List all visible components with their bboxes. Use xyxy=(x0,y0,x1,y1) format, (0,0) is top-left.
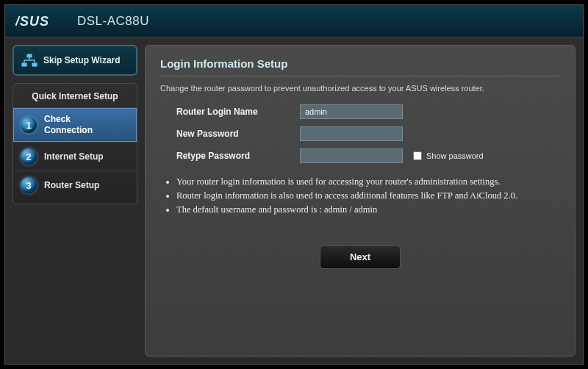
bullet-item: The default username and password is : a… xyxy=(176,204,560,215)
row-retype-password: Retype Password Show password xyxy=(160,148,560,163)
header-bar: /SUS DSL-AC88U xyxy=(5,5,583,37)
asus-logo: /SUS xyxy=(15,14,65,29)
product-name: DSL-AC88U xyxy=(77,14,149,29)
app-inner: /SUS DSL-AC88U Skip Setup Wizar xyxy=(4,4,584,365)
step-internet-setup[interactable]: 2 Internet Setup xyxy=(13,143,137,171)
body: Skip Setup Wizard Quick Internet Setup 1… xyxy=(5,37,583,364)
next-button[interactable]: Next xyxy=(320,245,401,269)
bullet-item: Your router login information is used fo… xyxy=(176,176,560,187)
qis-title: Quick Internet Setup xyxy=(13,84,137,108)
bullet-item: Router login information is also used to… xyxy=(176,190,560,201)
show-password-label: Show password xyxy=(426,151,484,160)
sidebar: Skip Setup Wizard Quick Internet Setup 1… xyxy=(12,45,137,357)
main-panel: Login Information Setup Change the route… xyxy=(145,45,576,357)
network-icon xyxy=(21,53,37,68)
step-check-connection[interactable]: 1 Check Connection xyxy=(13,108,137,143)
qis-panel: Quick Internet Setup 1 Check Connection … xyxy=(12,83,137,204)
step-label: Router Setup xyxy=(44,180,99,191)
svg-rect-2 xyxy=(21,62,27,67)
retype-password-label: Retype Password xyxy=(160,151,300,161)
row-login-name: Router Login Name xyxy=(160,104,560,119)
info-bullets: Your router login information is used fo… xyxy=(163,176,560,215)
step-number-icon: 1 xyxy=(21,117,37,133)
retype-password-input[interactable] xyxy=(300,148,403,163)
new-password-input[interactable] xyxy=(300,126,403,141)
asus-logo-icon: /SUS xyxy=(15,14,65,29)
show-password-checkbox[interactable] xyxy=(413,151,422,160)
svg-rect-3 xyxy=(32,62,37,67)
svg-rect-1 xyxy=(26,54,32,58)
step-router-setup[interactable]: 3 Router Setup xyxy=(13,171,137,199)
login-name-input[interactable] xyxy=(300,104,403,119)
page-title: Login Information Setup xyxy=(160,57,560,76)
new-password-label: New Password xyxy=(160,129,300,139)
skip-label: Skip Setup Wizard xyxy=(43,55,121,65)
row-new-password: New Password xyxy=(160,126,560,141)
step-label: Check Connection xyxy=(44,114,93,136)
app-frame: /SUS DSL-AC88U Skip Setup Wizar xyxy=(0,0,588,369)
step-number-icon: 3 xyxy=(21,177,37,193)
login-name-label: Router Login Name xyxy=(160,107,300,117)
next-wrap: Next xyxy=(160,245,560,269)
skip-setup-wizard-button[interactable]: Skip Setup Wizard xyxy=(12,45,137,76)
show-password-toggle[interactable]: Show password xyxy=(413,151,484,160)
intro-text: Change the router password to prevent un… xyxy=(160,84,560,93)
step-label: Internet Setup xyxy=(44,151,104,162)
svg-text:/SUS: /SUS xyxy=(15,14,49,29)
step-number-icon: 2 xyxy=(21,148,37,165)
